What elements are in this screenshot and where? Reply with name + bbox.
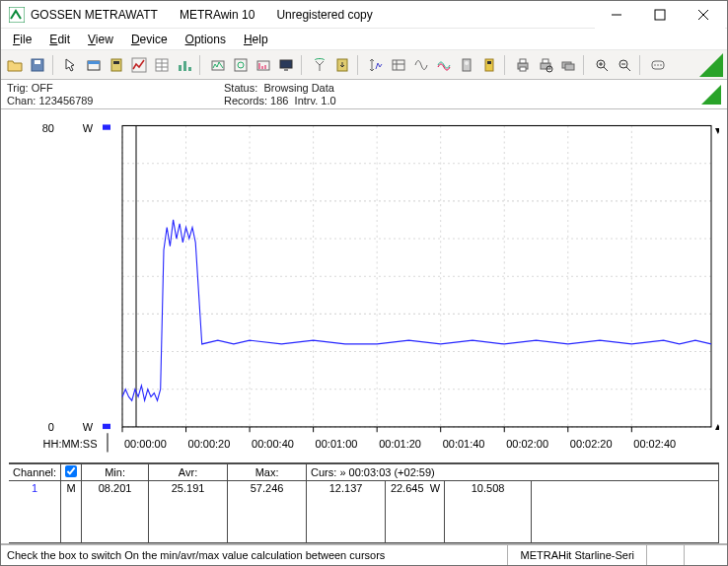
print-icon[interactable] (513, 55, 533, 75)
svg-rect-40 (543, 59, 548, 63)
svg-text:00:02:40: 00:02:40 (633, 438, 676, 450)
intrv-label: Intrv. (295, 95, 319, 106)
svg-rect-81 (103, 124, 110, 129)
toolbar-end-icon (699, 53, 723, 77)
intrv-value: 1.0 (321, 95, 335, 106)
menu-view[interactable]: View (80, 31, 121, 48)
status-box-1 (646, 545, 684, 565)
chart-area: ▾▴800WWHH:MM:SS00:00:0000:00:2000:00:400… (1, 109, 727, 543)
th-channel: Channel: (9, 464, 61, 481)
separator-icon (583, 55, 587, 75)
th-min: Min: (82, 464, 149, 481)
table-spacer (9, 496, 719, 543)
th-checkbox[interactable] (61, 464, 82, 481)
status-device: METRAHit Starline-Seri (507, 545, 646, 565)
bars-icon[interactable] (175, 55, 194, 75)
table-row[interactable]: 1 M 08.201 25.191 57.246 12.137 22.645 W… (9, 481, 719, 496)
svg-line-45 (604, 67, 608, 71)
wave-a-icon[interactable] (411, 55, 431, 75)
svg-text:▾: ▾ (715, 124, 719, 136)
device-a-icon[interactable] (457, 55, 476, 75)
svg-rect-0 (9, 7, 25, 23)
brand-text: GOSSEN METRAWATT (31, 8, 158, 22)
svg-text:▴: ▴ (715, 420, 719, 432)
maximize-button[interactable] (638, 1, 682, 29)
th-max: Max: (228, 464, 307, 481)
download-icon[interactable] (332, 55, 352, 75)
svg-rect-8 (88, 61, 100, 64)
separator-icon (52, 55, 56, 75)
records-label: Records: (224, 95, 267, 106)
separator-icon (504, 55, 508, 75)
multimeter-icon[interactable] (107, 55, 126, 75)
svg-rect-27 (284, 69, 288, 71)
trig-label: Trig: (7, 82, 29, 94)
cursor-icon[interactable] (61, 55, 81, 75)
svg-rect-2 (655, 10, 665, 20)
svg-text:0: 0 (48, 421, 54, 433)
svg-rect-17 (183, 61, 186, 71)
close-button[interactable] (682, 1, 725, 29)
registration-text: Unregistered copy (276, 8, 372, 22)
status-text: Check the box to switch On the min/avr/m… (7, 549, 507, 561)
separator-icon (639, 55, 643, 75)
svg-rect-82 (103, 424, 110, 429)
svg-text:80: 80 (42, 122, 54, 134)
zoom-out-icon[interactable] (615, 55, 634, 75)
svg-text:W: W (83, 421, 94, 433)
print-all-icon[interactable] (558, 55, 578, 75)
menu-options[interactable]: Options (178, 31, 234, 48)
yt-recorder-icon[interactable] (208, 55, 228, 75)
svg-rect-29 (393, 60, 404, 70)
separator-icon (199, 55, 203, 75)
chart-line-icon[interactable] (129, 55, 149, 75)
svg-text:00:02:00: 00:02:00 (506, 438, 548, 450)
xy-recorder-icon[interactable] (231, 55, 251, 75)
svg-point-33 (465, 61, 469, 65)
wave-b-icon[interactable] (434, 55, 454, 75)
scale-y-icon[interactable] (366, 55, 386, 75)
table-icon[interactable] (152, 55, 172, 75)
menu-help[interactable]: Help (236, 31, 276, 48)
channels-config-icon[interactable] (389, 55, 408, 75)
infobar: Trig: OFF Chan: 123456789 Status: Browsi… (1, 80, 727, 109)
svg-text:W: W (83, 122, 94, 134)
menu-edit[interactable]: Edit (41, 31, 78, 48)
svg-rect-35 (487, 61, 491, 64)
svg-point-21 (238, 62, 244, 68)
print-preview-icon[interactable] (536, 55, 555, 75)
svg-text:00:01:20: 00:01:20 (379, 438, 421, 450)
svg-point-54 (660, 64, 662, 66)
zoom-in-icon[interactable] (592, 55, 612, 75)
svg-text:HH:MM:SS: HH:MM:SS (43, 438, 98, 450)
menu-file[interactable]: File (5, 31, 39, 48)
open-file-icon[interactable] (5, 55, 25, 75)
toolbar (1, 50, 727, 80)
chart[interactable]: ▾▴800WWHH:MM:SS00:00:0000:00:2000:00:400… (9, 117, 719, 462)
minimize-button[interactable] (595, 1, 638, 29)
svg-rect-34 (485, 59, 493, 71)
save-file-icon[interactable] (28, 55, 47, 75)
svg-rect-16 (179, 65, 182, 71)
titlebar: GOSSEN METRAWATT METRAwin 10 Unregistere… (1, 1, 727, 29)
about-icon[interactable] (648, 55, 668, 75)
svg-point-52 (654, 64, 656, 66)
status-value: Browsing Data (263, 82, 334, 94)
svg-rect-18 (188, 67, 191, 71)
svg-rect-73 (122, 125, 711, 426)
svg-rect-20 (235, 59, 247, 71)
monitor-icon[interactable] (276, 55, 296, 75)
menu-device[interactable]: Device (123, 31, 176, 48)
trig-value: OFF (32, 82, 53, 94)
antenna-icon[interactable] (310, 55, 329, 75)
svg-rect-10 (113, 61, 119, 64)
chan-value: 123456789 (38, 95, 93, 106)
zoom-window-icon[interactable] (84, 55, 104, 75)
svg-text:00:00:20: 00:00:20 (188, 438, 231, 450)
display-fft-icon[interactable] (254, 55, 273, 75)
svg-rect-26 (280, 60, 292, 68)
svg-rect-38 (520, 67, 526, 71)
device-b-icon[interactable] (479, 55, 499, 75)
infobar-end-icon (701, 85, 721, 105)
records-value: 186 (270, 95, 288, 106)
